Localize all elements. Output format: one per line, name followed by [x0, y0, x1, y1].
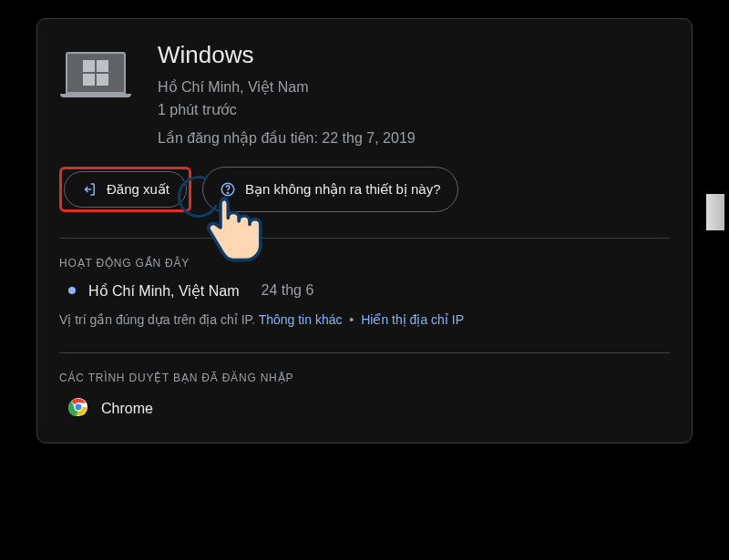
recent-activity-title: HOẠT ĐỘNG GẦN ĐÂY	[59, 257, 670, 270]
device-location: Hồ Chí Minh, Việt Nam	[158, 76, 670, 99]
active-dot-icon	[68, 287, 76, 294]
divider	[59, 238, 670, 239]
recent-activity-row[interactable]: Hồ Chí Minh, Việt Nam 24 thg 6	[68, 282, 670, 300]
scrollbar-thumb[interactable]	[706, 194, 724, 230]
device-last-seen: 1 phút trước	[158, 99, 670, 122]
device-detail-card: Windows Hồ Chí Minh, Việt Nam 1 phút trư…	[36, 18, 693, 443]
sign-out-icon	[81, 181, 98, 198]
help-circle-icon	[220, 181, 236, 198]
device-info: Windows Hồ Chí Minh, Việt Nam 1 phút trư…	[158, 39, 670, 147]
ip-note: Vị trí gần đúng dựa trên địa chỉ IP. Thô…	[59, 312, 670, 327]
signout-highlight: Đăng xuất	[59, 167, 191, 212]
chrome-icon	[68, 397, 88, 421]
device-header: Windows Hồ Chí Minh, Việt Nam 1 phút trư…	[59, 39, 670, 147]
browsers-title: CÁC TRÌNH DUYỆT BẠN ĐÃ ĐĂNG NHẬP	[59, 372, 670, 384]
device-actions: Đăng xuất Bạn không nhận ra thiết bị này…	[59, 167, 670, 212]
ip-note-text: Vị trí gần đúng dựa trên địa chỉ IP.	[59, 312, 255, 327]
device-laptop-icon	[59, 46, 132, 97]
more-info-link[interactable]: Thông tin khác	[259, 312, 343, 327]
sign-out-button[interactable]: Đăng xuất	[64, 171, 187, 208]
browser-name: Chrome	[101, 401, 153, 417]
device-title: Windows	[158, 41, 670, 69]
activity-location: Hồ Chí Minh, Việt Nam	[88, 282, 240, 300]
dont-recognize-label: Bạn không nhận ra thiết bị này?	[245, 181, 440, 198]
first-signin-label: Lần đăng nhập đầu tiên:	[158, 130, 318, 146]
svg-point-1	[227, 192, 228, 193]
browser-row[interactable]: Chrome	[68, 397, 670, 421]
first-signin-date: 22 thg 7, 2019	[322, 130, 415, 146]
dont-recognize-button[interactable]: Bạn không nhận ra thiết bị này?	[202, 167, 457, 212]
sign-out-label: Đăng xuất	[107, 181, 169, 198]
divider	[59, 352, 670, 353]
device-first-signin: Lần đăng nhập đầu tiên: 22 thg 7, 2019	[158, 129, 670, 147]
activity-date: 24 thg 6	[262, 282, 314, 299]
show-ip-link[interactable]: Hiển thị địa chỉ IP	[361, 312, 464, 327]
